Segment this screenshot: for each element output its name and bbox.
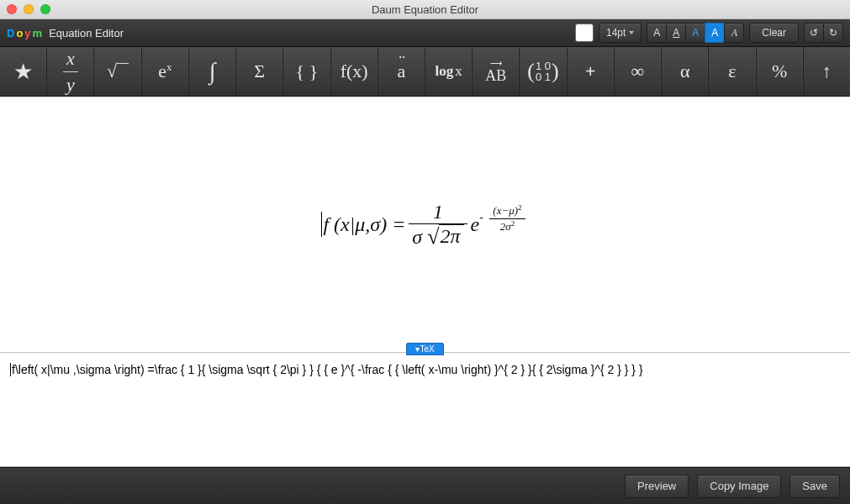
braces-button[interactable]: { } [283, 47, 330, 96]
color-picker[interactable] [575, 24, 594, 42]
sum-button[interactable]: Σ [236, 47, 283, 96]
style-italic-button[interactable]: A [724, 23, 744, 43]
edit-cursor [321, 212, 322, 237]
log-button[interactable]: logx [425, 47, 473, 96]
font-size-dropdown[interactable]: 14pt [599, 23, 641, 43]
sqrt-icon: √ [107, 60, 129, 82]
sqrt-button[interactable]: √ [94, 47, 141, 96]
vector-button[interactable]: ⟶AB [473, 47, 520, 96]
brand-logo: Doym Equation Editor [7, 27, 124, 39]
accent-button[interactable]: a [378, 47, 425, 96]
style-color-button[interactable]: A [685, 23, 705, 43]
operator-plus-button[interactable]: + [568, 47, 615, 96]
tex-tab[interactable]: ▾TeX [406, 343, 443, 355]
close-window-button[interactable] [7, 4, 17, 14]
epsilon-button[interactable]: ε [709, 47, 756, 96]
redo-button[interactable]: ↻ [823, 23, 843, 43]
fx-button[interactable]: f(x) [331, 47, 378, 96]
redo-icon: ↻ [829, 27, 837, 39]
footer-bar: Preview Copy Image Save [0, 467, 850, 504]
alpha-button[interactable]: α [662, 47, 709, 96]
sigma-icon: Σ [254, 60, 265, 82]
font-size-label: 14pt [606, 27, 626, 39]
percent-button[interactable]: % [757, 47, 804, 96]
window-title: Daum Equation Editor [0, 3, 850, 16]
favorites-button[interactable]: ★ [0, 47, 47, 96]
undo-redo-group: ↺ ↻ [804, 23, 843, 43]
symbol-bar: ★ xy √ ex ∫ Σ { } f(x) a logx ⟶AB ( 1 00… [0, 47, 850, 97]
undo-button[interactable]: ↺ [804, 23, 823, 43]
window-controls [0, 4, 50, 14]
exponent-button[interactable]: ex [142, 47, 189, 96]
tex-source-text: f\left( x|\mu ,\sigma \right) =\frac { 1… [12, 363, 643, 376]
chevron-down-icon [629, 31, 634, 34]
brand-text: Equation Editor [49, 27, 124, 39]
rendered-equation: f (x|μ,σ) = 1 σ √2π e - (x−μ)2 2σ2 [321, 201, 528, 249]
minimize-window-button[interactable] [24, 4, 34, 14]
copy-image-button[interactable]: Copy Image [697, 475, 781, 498]
equation-exponent: - (x−μ)2 2σ2 [479, 203, 528, 234]
app-toolbar: Doym Equation Editor 14pt A A A A A Clea… [0, 19, 850, 47]
zoom-window-button[interactable] [40, 4, 50, 14]
arrow-up-button[interactable]: ↑ [804, 47, 850, 96]
tex-source-editor[interactable]: f\left( x|\mu ,\sigma \right) =\frac { 1… [0, 353, 850, 467]
clear-button[interactable]: Clear [749, 23, 799, 43]
star-icon: ★ [13, 59, 33, 85]
integral-icon: ∫ [209, 58, 216, 85]
style-active-button[interactable]: A [705, 23, 724, 43]
matrix-button[interactable]: ( 1 00 1 ) [520, 47, 567, 96]
save-button[interactable]: Save [789, 475, 840, 498]
text-style-group: A A A A A [647, 23, 744, 43]
undo-icon: ↺ [810, 27, 818, 39]
style-a1-button[interactable]: A [647, 23, 666, 43]
equation-preview[interactable]: f (x|μ,σ) = 1 σ √2π e - (x−μ)2 2σ2 [0, 97, 850, 352]
integral-button[interactable]: ∫ [189, 47, 236, 96]
equation-main-fraction: 1 σ √2π [409, 201, 467, 249]
equation-e: e [471, 213, 480, 236]
infinity-button[interactable]: ∞ [615, 47, 662, 96]
titlebar: Daum Equation Editor [0, 0, 850, 19]
preview-button[interactable]: Preview [625, 475, 689, 498]
tex-panel: ▾TeX f\left( x|\mu ,\sigma \right) =\fra… [0, 352, 850, 467]
tex-cursor [10, 363, 11, 376]
style-underline-button[interactable]: A [666, 23, 685, 43]
fraction-button[interactable]: xy [47, 47, 94, 96]
equation-lhs: f (x|μ,σ) = [323, 213, 405, 236]
arrow-up-icon: ↑ [822, 60, 832, 82]
